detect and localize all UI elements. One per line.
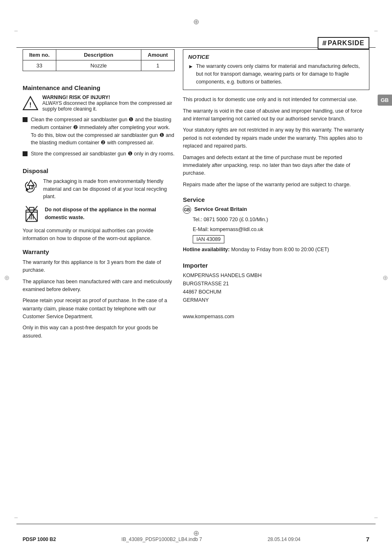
gb-circle-icon: GB xyxy=(183,206,191,214)
margin-mark xyxy=(14,31,18,31)
importer-line: www.kompernass.com xyxy=(183,312,369,321)
warranty-paragraph: Please retain your receipt as proof of p… xyxy=(23,297,175,321)
disposal-heading: Disposal xyxy=(23,167,175,174)
table-row: 33Nozzle1 xyxy=(23,60,175,71)
weee-text: Do not dispose of the appliance in the n… xyxy=(45,206,175,222)
right-body-paragraph: Damages and defects extant at the time o… xyxy=(183,154,369,178)
importer-line: BURGSTRASSE 21 xyxy=(183,280,369,288)
recycle-row: The packaging is made from environmental… xyxy=(23,178,175,201)
footer-date: 28.05.14 09:04 xyxy=(267,536,300,542)
warranty-paragraph: The appliance has been manufactured with… xyxy=(23,278,175,294)
importer-line: KOMPERNASS HANDELS GMBH xyxy=(183,271,369,280)
service-section: Service GB Service Great Britain Tel.: 0… xyxy=(183,196,369,258)
importer-line: 44867 BOCHUM xyxy=(183,288,369,296)
ian-box: IAN 43089 xyxy=(193,235,224,243)
bullet-text: Store the compressed air sandblaster gun… xyxy=(31,150,175,158)
service-sub-text: Service Great Britain xyxy=(194,206,247,212)
recycle-text: The packaging is made from environmental… xyxy=(43,178,175,201)
footer-product-name: PDSP 1000 B2 xyxy=(23,536,56,542)
hotline-detail-text: Monday to Friday from 8:00 to 20:00 (CET… xyxy=(231,247,329,252)
notice-box: NOTICE ► The warranty covers only claims… xyxy=(183,49,369,90)
table-cell-item_no: 33 xyxy=(23,60,56,71)
table-header-description: Description xyxy=(56,50,141,60)
margin-mark xyxy=(374,31,378,31)
importer-section: Importer KOMPERNASS HANDELS GMBHBURGSTRA… xyxy=(183,262,369,321)
warranty-paragraph: The warranty for this appliance is for 3… xyxy=(23,259,175,275)
service-tel: Tel.: 0871 5000 720 (£ 0.10/Min.) xyxy=(193,215,369,224)
weee-row: Do not dispose of the appliance in the n… xyxy=(23,205,175,223)
footer-page-number: 7 xyxy=(366,536,369,543)
warning-body: ALWAYS disconnect the appliance from the… xyxy=(42,100,175,112)
logo-text: PARKSIDE xyxy=(328,39,365,47)
logo-slashes: /// xyxy=(323,40,326,46)
right-column: NOTICE ► The warranty covers only claims… xyxy=(183,49,369,520)
warning-text: WARNING! RISK OF INJURY! ALWAYS disconne… xyxy=(42,95,175,112)
warning-triangle-icon: ! xyxy=(23,95,38,111)
notice-bullet: ► The warranty covers only claims for ma… xyxy=(188,62,364,86)
bottom-border-line xyxy=(16,524,376,524)
parts-table: Item no. Description Amount 33Nozzle1 xyxy=(23,49,175,71)
importer-text: KOMPERNASS HANDELS GMBHBURGSTRASSE 21448… xyxy=(183,271,369,321)
service-sub-heading: GB Service Great Britain xyxy=(183,206,369,214)
right-body-paragraph: The warranty is void in the case of abus… xyxy=(183,107,369,123)
svg-rect-4 xyxy=(29,208,34,210)
notice-bullet-text: The warranty covers only claims for mate… xyxy=(196,62,364,86)
maintenance-bullet-item: Store the compressed air sandblaster gun… xyxy=(23,150,175,158)
bullet-square-icon xyxy=(23,151,28,156)
table-cell-amount: 1 xyxy=(141,60,175,71)
table-cell-description: Nozzle xyxy=(56,60,141,71)
svg-text:!: ! xyxy=(29,101,32,109)
table-header-row: Item no. Description Amount xyxy=(23,50,175,60)
margin-mark xyxy=(374,518,378,518)
service-email: E-Mail: kompernass@lidl.co.uk xyxy=(193,225,369,234)
bullet-square-icon xyxy=(23,117,28,122)
warranty-heading: Warranty xyxy=(23,248,175,255)
right-body-paragraph: This product is for domestic use only an… xyxy=(183,96,369,104)
disposal-body: Your local community or municipal author… xyxy=(23,227,175,243)
right-body-paragraph: Your statutory rights are not restricted… xyxy=(183,126,369,150)
margin-mark xyxy=(14,518,18,518)
warranty-paragraph: Only in this way can a post-free despatc… xyxy=(23,324,175,340)
right-body-paragraph: Repairs made after the lapse of the warr… xyxy=(183,181,369,189)
footer-filename: IB_43089_PDSP1000B2_LB4.indb 7 xyxy=(122,536,202,542)
importer-heading: Importer xyxy=(183,262,369,269)
crosshair-left-icon: ⊕ xyxy=(4,274,9,282)
main-content: Item no. Description Amount 33Nozzle1 Ma… xyxy=(23,49,369,520)
recycle-icon xyxy=(23,178,39,194)
warning-box: ! WARNING! RISK OF INJURY! ALWAYS discon… xyxy=(23,95,175,112)
importer-line: GERMANY xyxy=(183,296,369,304)
table-header-item-no: Item no. xyxy=(23,50,56,60)
warning-title: WARNING! RISK OF INJURY! xyxy=(42,95,175,100)
weee-icon xyxy=(23,205,41,223)
service-heading: Service xyxy=(183,196,369,203)
gb-tab: GB xyxy=(378,95,392,106)
footer: PDSP 1000 B2 IB_43089_PDSP1000B2_LB4.ind… xyxy=(23,536,369,543)
notice-title: NOTICE xyxy=(188,54,364,60)
left-column: Item no. Description Amount 33Nozzle1 Ma… xyxy=(23,49,175,520)
warranty-paragraphs: The warranty for this appliance is for 3… xyxy=(23,259,175,343)
service-hotline: Hotline availability: Monday to Friday f… xyxy=(183,246,369,254)
importer-line xyxy=(183,304,369,312)
parkside-logo: /// PARKSIDE xyxy=(318,37,369,49)
maintenance-bullets: Clean the compressed air sandblaster gun… xyxy=(23,116,175,161)
bullet-text: Clean the compressed air sandblaster gun… xyxy=(31,116,175,147)
right-body-paragraphs: This product is for domestic use only an… xyxy=(183,96,369,192)
crosshair-right-icon: ⊕ xyxy=(383,274,388,282)
page: ⊕ ⊕ ⊕ ⊕ /// PARKSIDE GB Item no. Descrip… xyxy=(0,0,392,555)
maintenance-heading: Maintenance and Cleaning xyxy=(23,84,175,91)
hotline-label: Hotline availability: xyxy=(183,247,230,252)
maintenance-bullet-item: Clean the compressed air sandblaster gun… xyxy=(23,116,175,147)
table-header-amount: Amount xyxy=(141,50,175,60)
notice-arrow-icon: ► xyxy=(188,62,194,71)
crosshair-top-icon: ⊕ xyxy=(193,17,199,26)
